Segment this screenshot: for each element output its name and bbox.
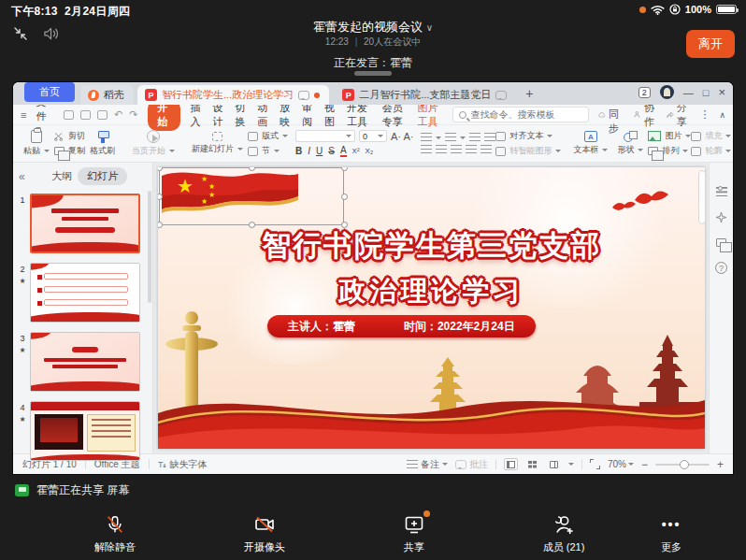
camera-on-button[interactable]: 开摄像头	[244, 513, 285, 554]
cut-button[interactable]: 剪切	[54, 130, 85, 142]
slide-editor[interactable]: ★ ★ ★ ★ ★	[158, 167, 705, 449]
comment-icon[interactable]	[495, 91, 507, 100]
share-screen-button[interactable]: 共享	[403, 513, 425, 554]
sorter-view-button[interactable]	[525, 458, 539, 470]
indent-icon[interactable]	[469, 133, 481, 142]
new-tab-button[interactable]: +	[525, 86, 533, 101]
underline-button[interactable]: U	[316, 146, 323, 156]
slide-thumb-4[interactable]: 4★	[15, 401, 147, 461]
more-vertical-icon[interactable]: ⋮	[699, 108, 710, 121]
slide-thumb-3[interactable]: 3★	[15, 332, 147, 392]
copy-button[interactable]: 复制	[54, 145, 85, 157]
zoom-slider[interactable]	[655, 464, 710, 466]
menu-insert[interactable]: 插入	[190, 101, 203, 129]
slides-pane-icon[interactable]	[716, 238, 726, 247]
section-button[interactable]: 节	[248, 145, 288, 157]
missing-fonts-button[interactable]: T 缺失字体	[158, 458, 208, 471]
font-family-select[interactable]	[295, 130, 355, 142]
bold-button[interactable]: B	[295, 146, 302, 156]
tab-outline[interactable]: 大纲	[51, 169, 72, 183]
fit-slide-icon[interactable]	[590, 459, 600, 469]
reading-view-button[interactable]	[547, 458, 561, 470]
superscript-button[interactable]: X²	[352, 147, 360, 155]
tab-docer[interactable]: 稻壳	[80, 85, 134, 105]
zoom-in-button[interactable]: +	[717, 458, 724, 471]
play-from-current-button[interactable]: 当页开始	[127, 127, 179, 160]
tab-document-other[interactable]: P 二月智行书院...支部主题党日	[335, 85, 516, 105]
slide-thumb-2[interactable]: 2★	[15, 263, 147, 323]
picture-button[interactable]: 图片	[648, 130, 691, 142]
save-icon[interactable]	[64, 110, 74, 120]
comment-icon[interactable]	[298, 91, 309, 100]
slide-thumb-1[interactable]: 1	[15, 194, 147, 253]
picture-selection-box[interactable]	[159, 167, 344, 225]
redo-icon[interactable]: ↷	[129, 108, 137, 121]
selection-handle[interactable]	[341, 167, 348, 171]
subscript-button[interactable]: X₂	[366, 147, 373, 155]
shapes-button[interactable]: 形状	[612, 127, 648, 160]
hamburger-icon[interactable]: ≡	[21, 109, 26, 121]
help-icon[interactable]: ?	[715, 262, 727, 274]
unmute-button[interactable]: 解除静音	[94, 513, 136, 554]
view-dropdown[interactable]	[568, 463, 574, 468]
account-avatar[interactable]	[660, 85, 674, 99]
close-window-button[interactable]: ×	[718, 85, 725, 99]
font-color-button[interactable]: A	[340, 145, 347, 157]
slide-thumbnail[interactable]	[30, 263, 140, 323]
add-slide-button[interactable]: +	[13, 470, 152, 474]
slide-title-line2[interactable]: 政治理论学习	[158, 273, 705, 310]
slide-thumbnail[interactable]	[30, 401, 140, 461]
menu-view[interactable]: 视图	[324, 101, 337, 129]
drag-handle[interactable]	[354, 71, 392, 76]
outline-button[interactable]: 轮廓	[691, 145, 731, 157]
canvas-scrollbar[interactable]	[698, 170, 706, 224]
zoom-level[interactable]: 70%	[608, 459, 634, 469]
slide-title-line1[interactable]: 智行书院学生第三党支部	[158, 226, 705, 266]
members-button[interactable]: 成员 (21)	[543, 513, 585, 554]
notes-button[interactable]: 备注	[407, 458, 448, 471]
tab-home[interactable]: 首页	[24, 82, 75, 102]
layout-button[interactable]: 版式	[248, 130, 288, 142]
tab-slides[interactable]: 幻灯片	[78, 167, 127, 185]
menu-picture-tools[interactable]: 图片工具	[418, 101, 444, 129]
collapse-ribbon-icon[interactable]: ∧	[719, 110, 725, 120]
undo-icon[interactable]: ↶	[114, 108, 122, 121]
font-size-select[interactable]: 0	[359, 130, 387, 142]
search-input[interactable]	[470, 109, 582, 120]
arrange-button[interactable]: 排列	[648, 145, 691, 157]
smart-assist-icon[interactable]	[715, 211, 727, 223]
slide-thumbnail[interactable]	[30, 194, 140, 253]
sidebar-scrollbar[interactable]	[148, 191, 151, 303]
share-button[interactable]: 分享	[667, 101, 690, 129]
menu-transition[interactable]: 切换	[235, 101, 248, 129]
print-icon[interactable]	[80, 110, 91, 120]
collapse-panel-icon[interactable]: «	[19, 170, 25, 183]
bullet-list-icon[interactable]	[421, 133, 432, 142]
tab-document-active[interactable]: P 智行书院学生...政治理论学习	[137, 85, 329, 105]
fill-button[interactable]: 填充	[691, 130, 731, 142]
maximize-window-button[interactable]: □	[703, 87, 710, 98]
slide-thumbnail[interactable]	[30, 332, 140, 392]
more-button[interactable]: ••• 更多	[661, 513, 681, 554]
align-center-icon[interactable]	[436, 145, 447, 154]
window-count-badge[interactable]: 2	[638, 87, 651, 98]
leave-meeting-button[interactable]: 离开	[686, 30, 735, 58]
to-smartart-button[interactable]: 转智能图形	[495, 145, 561, 157]
format-painter-button[interactable]: 格式刷	[85, 127, 120, 160]
menu-slideshow[interactable]: 放映	[280, 101, 293, 129]
line-spacing-icon[interactable]	[481, 145, 492, 154]
italic-button[interactable]: I	[308, 146, 310, 156]
meeting-title[interactable]: 霍蕾发起的视频会议 ∨	[0, 19, 746, 36]
selection-handle[interactable]	[341, 194, 348, 200]
textbox-button[interactable]: A文本框	[568, 127, 612, 160]
menu-member[interactable]: 会员专享	[382, 101, 409, 129]
command-search[interactable]	[452, 107, 589, 122]
menu-design[interactable]: 设计	[212, 101, 225, 129]
comments-button[interactable]: 批注	[455, 458, 488, 471]
new-slide-button[interactable]: 新建幻灯片	[187, 127, 248, 160]
align-left-icon[interactable]	[421, 145, 432, 154]
preview-icon[interactable]	[97, 110, 108, 120]
slide-banner[interactable]: 主讲人：霍蕾 时间：2022年2月24日	[267, 315, 536, 337]
minimize-window-button[interactable]: —	[683, 87, 694, 98]
menu-devtools[interactable]: 开发工具	[347, 101, 373, 129]
